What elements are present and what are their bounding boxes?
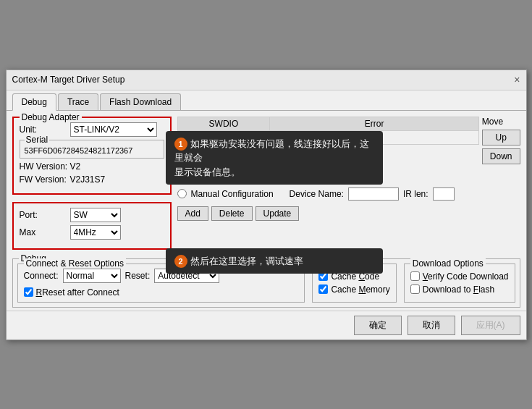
port-label: Port:: [20, 210, 70, 220]
cache-memory-label: Cache Memory: [331, 284, 389, 295]
connect-reset-label: Connect & Reset Options: [24, 258, 126, 269]
serial-value: 53FF6D067284524821172367: [25, 146, 159, 155]
fw-version-row: FW Version: V2J31S7: [20, 174, 164, 185]
port-max-group: Port: SW Max 4MHz: [12, 202, 172, 250]
manual-config-row: Manual Configuration Device Name: IR len…: [177, 187, 520, 201]
verify-label: Verify Code Download: [423, 271, 509, 282]
add-button[interactable]: Add: [177, 206, 208, 221]
tab-flash-download[interactable]: Flash Download: [100, 93, 181, 110]
verify-checkbox[interactable]: [410, 271, 420, 281]
ir-len-label: IR len:: [403, 189, 428, 199]
cache-memory-row: Cache Memory: [318, 284, 389, 295]
download-flash-label: Download to Flash: [423, 284, 494, 295]
swdio-col-header: SWDIO: [177, 117, 270, 130]
verify-row: Verify Code Download: [410, 271, 509, 282]
cache-memory-checkbox[interactable]: [318, 284, 328, 294]
left-panel: Debug Adapter Unit: ST-LINK/V2 Serial 53…: [12, 117, 172, 250]
main-window: Cortex-M Target Driver Setup × Debug Tra…: [6, 69, 527, 340]
move-label: Move: [482, 117, 520, 127]
window-title: Cortex-M Target Driver Setup: [12, 75, 125, 85]
serial-label: Serial: [25, 135, 50, 145]
port-select[interactable]: SW: [70, 208, 121, 222]
tooltip-1: 1如果驱动安装没有问题，线连接好以后，这里就会显示设备信息。: [166, 131, 383, 185]
download-options-box: Download Options Verify Code Download Do…: [404, 263, 515, 303]
tooltip-2-number: 2: [174, 255, 187, 268]
unit-label: Unit:: [20, 125, 70, 135]
connect-label: Connect:: [24, 271, 59, 281]
download-options-label: Download Options: [410, 258, 486, 269]
reset-label: Reset:: [125, 271, 151, 281]
update-button[interactable]: Update: [256, 206, 300, 221]
fw-version-label: FW Version:: [20, 174, 70, 185]
close-button[interactable]: ×: [514, 74, 520, 85]
tab-bar: Debug Trace Flash Download: [7, 90, 526, 111]
download-flash-checkbox[interactable]: [410, 284, 420, 294]
fw-version-value: V2J31S7: [70, 174, 164, 185]
manual-config-label: Manual Configuration: [191, 189, 274, 199]
ir-len-input[interactable]: [433, 187, 455, 201]
reset-after-connect-checkbox[interactable]: [24, 287, 33, 297]
error-col-header: Error: [270, 117, 478, 130]
reset-after-connect-label: RReset after Connect: [36, 287, 119, 298]
up-button[interactable]: Up: [482, 130, 520, 146]
max-row: Max 4MHz: [20, 225, 164, 240]
manual-config-radio[interactable]: [177, 189, 187, 198]
ok-button[interactable]: 确定: [354, 316, 402, 335]
apply-button[interactable]: 应用(A): [461, 316, 520, 335]
max-select[interactable]: 4MHz: [70, 225, 121, 240]
port-row: Port: SW: [20, 208, 164, 222]
tooltip-2: 2然后在这里选择，调试速率: [166, 248, 383, 274]
tooltip-1-text: 如果驱动安装没有问题，线连接好以后，这里就会显示设备信息。: [174, 138, 369, 177]
device-name-input[interactable]: [348, 187, 399, 201]
debug-adapter-label: Debug Adapter: [20, 112, 82, 122]
reset-checkbox-row: RReset after Connect: [24, 287, 299, 298]
unit-select[interactable]: ST-LINK/V2: [70, 122, 157, 137]
action-buttons-row: Add Delete Update: [177, 206, 520, 221]
tooltip-2-text: 然后在这里选择，调试速率: [190, 256, 303, 266]
max-label: Max: [20, 227, 70, 237]
device-name-label: Device Name:: [290, 189, 344, 199]
serial-group: Serial 53FF6D067284524821172367: [20, 140, 164, 159]
move-buttons: Move Up Down: [482, 117, 520, 164]
tab-debug[interactable]: Debug: [12, 93, 56, 111]
hw-version-row: HW Version: V2: [20, 161, 164, 172]
hw-version-label: HW Version:: [20, 161, 70, 172]
titlebar: Cortex-M Target Driver Setup ×: [7, 70, 526, 90]
hw-version-value: V2: [70, 161, 164, 172]
delete-button[interactable]: Delete: [211, 206, 253, 221]
cancel-button[interactable]: 取消: [408, 316, 455, 335]
connect-select[interactable]: Normal: [63, 269, 121, 283]
tab-trace[interactable]: Trace: [58, 93, 98, 110]
debug-adapter-group: Debug Adapter Unit: ST-LINK/V2 Serial 53…: [12, 117, 172, 195]
down-button[interactable]: Down: [482, 148, 520, 164]
tooltip-1-number: 1: [174, 138, 187, 151]
download-flash-row: Download to Flash: [410, 284, 509, 295]
footer: 确定 取消 应用(A): [7, 311, 526, 340]
